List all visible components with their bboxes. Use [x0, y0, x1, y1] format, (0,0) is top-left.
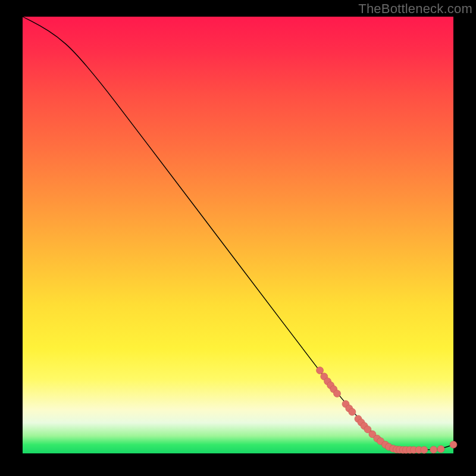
data-marker [430, 446, 437, 453]
data-marker [437, 446, 444, 453]
marker-layer [317, 367, 457, 454]
data-marker [349, 408, 356, 415]
data-marker [450, 441, 457, 448]
chart-frame: TheBottleneck.com [0, 0, 476, 476]
curve-line [23, 17, 453, 450]
data-marker [421, 446, 428, 453]
data-marker [317, 367, 324, 374]
watermark-text: TheBottleneck.com [358, 1, 472, 17]
plot-area [23, 17, 453, 453]
chart-overlay [23, 17, 453, 453]
data-marker [334, 390, 341, 397]
